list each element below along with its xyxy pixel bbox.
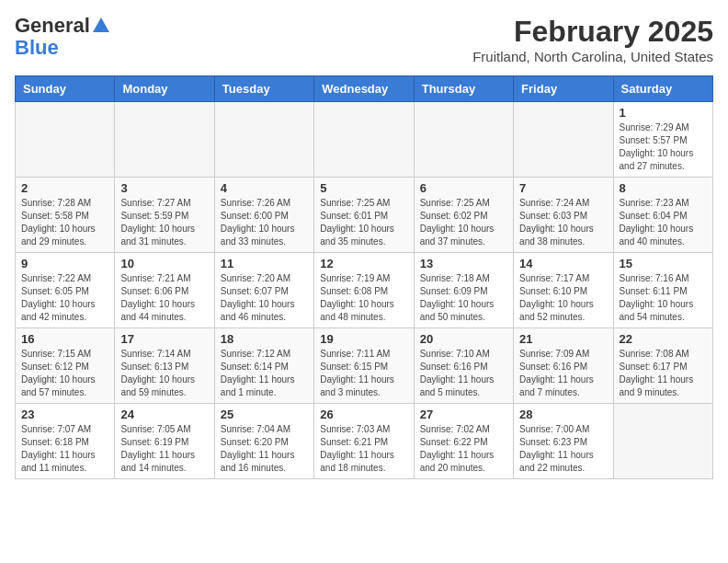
svg-marker-0 [93,17,109,32]
calendar-cell [214,102,313,178]
logo-general: General [15,15,90,37]
day-info: Sunrise: 7:15 AM Sunset: 6:12 PM Dayligh… [21,348,108,399]
day-info: Sunrise: 7:02 AM Sunset: 6:22 PM Dayligh… [420,423,507,475]
title-block: February 2025 Fruitland, North Carolina,… [472,15,713,64]
day-number: 6 [420,181,507,195]
day-info: Sunrise: 7:26 AM Sunset: 6:00 PM Dayligh… [221,197,308,248]
day-info: Sunrise: 7:25 AM Sunset: 6:01 PM Dayligh… [320,197,407,248]
logo-blue: Blue [15,36,59,59]
logo: General Blue [15,15,112,59]
day-number: 22 [620,332,707,346]
calendar-cell: 20Sunrise: 7:10 AM Sunset: 6:16 PM Dayli… [414,328,513,404]
day-info: Sunrise: 7:00 AM Sunset: 6:23 PM Dayligh… [519,423,607,475]
calendar-cell: 25Sunrise: 7:04 AM Sunset: 6:20 PM Dayli… [214,404,313,479]
logo-icon [91,16,111,36]
day-number: 26 [320,408,407,421]
day-info: Sunrise: 7:28 AM Sunset: 5:58 PM Dayligh… [21,197,108,248]
calendar-cell: 12Sunrise: 7:19 AM Sunset: 6:08 PM Dayli… [314,253,414,328]
day-number: 24 [120,408,208,421]
day-info: Sunrise: 7:22 AM Sunset: 6:05 PM Dayligh… [21,272,108,324]
day-number: 3 [120,181,208,195]
column-header-monday: Monday [115,76,214,102]
column-header-tuesday: Tuesday [214,76,313,102]
calendar-cell: 6Sunrise: 7:25 AM Sunset: 6:02 PM Daylig… [414,178,513,253]
calendar-header-row: SundayMondayTuesdayWednesdayThursdayFrid… [16,76,713,102]
calendar-cell [16,102,115,178]
calendar-week-2: 9Sunrise: 7:22 AM Sunset: 6:05 PM Daylig… [16,253,713,328]
calendar-cell: 28Sunrise: 7:00 AM Sunset: 6:23 PM Dayli… [514,404,613,479]
day-number: 25 [221,408,308,421]
calendar-cell: 22Sunrise: 7:08 AM Sunset: 6:17 PM Dayli… [613,328,712,404]
day-number: 17 [120,332,208,346]
calendar-cell [514,102,613,178]
day-number: 21 [519,332,607,346]
day-info: Sunrise: 7:18 AM Sunset: 6:09 PM Dayligh… [420,272,507,324]
day-number: 1 [620,106,707,120]
calendar-cell: 2Sunrise: 7:28 AM Sunset: 5:58 PM Daylig… [16,178,115,253]
calendar-cell: 17Sunrise: 7:14 AM Sunset: 6:13 PM Dayli… [115,328,214,404]
day-info: Sunrise: 7:03 AM Sunset: 6:21 PM Dayligh… [320,423,407,475]
column-header-sunday: Sunday [16,76,115,102]
day-info: Sunrise: 7:19 AM Sunset: 6:08 PM Dayligh… [320,272,407,324]
calendar-cell: 26Sunrise: 7:03 AM Sunset: 6:21 PM Dayli… [314,404,414,479]
day-number: 15 [620,257,707,270]
day-number: 18 [221,332,308,346]
day-info: Sunrise: 7:20 AM Sunset: 6:07 PM Dayligh… [221,272,308,324]
calendar-cell: 16Sunrise: 7:15 AM Sunset: 6:12 PM Dayli… [16,328,115,404]
day-info: Sunrise: 7:09 AM Sunset: 6:16 PM Dayligh… [519,348,607,399]
day-info: Sunrise: 7:07 AM Sunset: 6:18 PM Dayligh… [21,423,108,475]
day-number: 16 [21,332,108,346]
day-number: 10 [120,257,208,270]
day-number: 28 [519,408,607,421]
month-title: February 2025 [472,15,713,49]
calendar-cell: 5Sunrise: 7:25 AM Sunset: 6:01 PM Daylig… [314,178,414,253]
calendar-cell: 4Sunrise: 7:26 AM Sunset: 6:00 PM Daylig… [214,178,313,253]
calendar-cell: 27Sunrise: 7:02 AM Sunset: 6:22 PM Dayli… [414,404,513,479]
day-info: Sunrise: 7:21 AM Sunset: 6:06 PM Dayligh… [120,272,208,324]
day-info: Sunrise: 7:25 AM Sunset: 6:02 PM Dayligh… [420,197,507,248]
day-number: 19 [320,332,407,346]
calendar-table: SundayMondayTuesdayWednesdayThursdayFrid… [15,75,713,479]
day-number: 11 [221,257,308,270]
day-number: 23 [21,408,108,421]
day-info: Sunrise: 7:17 AM Sunset: 6:10 PM Dayligh… [519,272,607,324]
calendar-cell: 14Sunrise: 7:17 AM Sunset: 6:10 PM Dayli… [514,253,613,328]
day-info: Sunrise: 7:29 AM Sunset: 5:57 PM Dayligh… [620,121,707,173]
calendar-cell [613,404,712,479]
calendar-cell: 23Sunrise: 7:07 AM Sunset: 6:18 PM Dayli… [16,404,115,479]
day-number: 5 [320,181,407,195]
day-info: Sunrise: 7:04 AM Sunset: 6:20 PM Dayligh… [221,423,308,475]
day-info: Sunrise: 7:14 AM Sunset: 6:13 PM Dayligh… [120,348,208,399]
day-info: Sunrise: 7:16 AM Sunset: 6:11 PM Dayligh… [620,272,707,324]
calendar-cell: 19Sunrise: 7:11 AM Sunset: 6:15 PM Dayli… [314,328,414,404]
calendar-cell: 15Sunrise: 7:16 AM Sunset: 6:11 PM Dayli… [613,253,712,328]
calendar-cell: 13Sunrise: 7:18 AM Sunset: 6:09 PM Dayli… [414,253,513,328]
day-number: 8 [620,181,707,195]
calendar-cell: 11Sunrise: 7:20 AM Sunset: 6:07 PM Dayli… [214,253,313,328]
calendar-cell [115,102,214,178]
calendar-cell [314,102,414,178]
calendar-cell: 9Sunrise: 7:22 AM Sunset: 6:05 PM Daylig… [16,253,115,328]
column-header-saturday: Saturday [613,76,712,102]
calendar-cell: 24Sunrise: 7:05 AM Sunset: 6:19 PM Dayli… [115,404,214,479]
calendar-cell: 18Sunrise: 7:12 AM Sunset: 6:14 PM Dayli… [214,328,313,404]
day-info: Sunrise: 7:24 AM Sunset: 6:03 PM Dayligh… [519,197,607,248]
column-header-friday: Friday [514,76,613,102]
calendar-week-0: 1Sunrise: 7:29 AM Sunset: 5:57 PM Daylig… [16,102,713,178]
day-number: 4 [221,181,308,195]
day-number: 9 [21,257,108,270]
page-header: General Blue February 2025 Fruitland, No… [15,15,713,64]
day-info: Sunrise: 7:08 AM Sunset: 6:17 PM Dayligh… [620,348,707,399]
calendar-cell [414,102,513,178]
day-info: Sunrise: 7:12 AM Sunset: 6:14 PM Dayligh… [221,348,308,399]
day-number: 14 [519,257,607,270]
day-info: Sunrise: 7:05 AM Sunset: 6:19 PM Dayligh… [120,423,208,475]
location-title: Fruitland, North Carolina, United States [472,49,713,64]
day-info: Sunrise: 7:10 AM Sunset: 6:16 PM Dayligh… [420,348,507,399]
calendar-cell: 21Sunrise: 7:09 AM Sunset: 6:16 PM Dayli… [514,328,613,404]
column-header-thursday: Thursday [414,76,513,102]
calendar-cell: 1Sunrise: 7:29 AM Sunset: 5:57 PM Daylig… [613,102,712,178]
calendar-cell: 10Sunrise: 7:21 AM Sunset: 6:06 PM Dayli… [115,253,214,328]
day-number: 12 [320,257,407,270]
calendar-week-1: 2Sunrise: 7:28 AM Sunset: 5:58 PM Daylig… [16,178,713,253]
